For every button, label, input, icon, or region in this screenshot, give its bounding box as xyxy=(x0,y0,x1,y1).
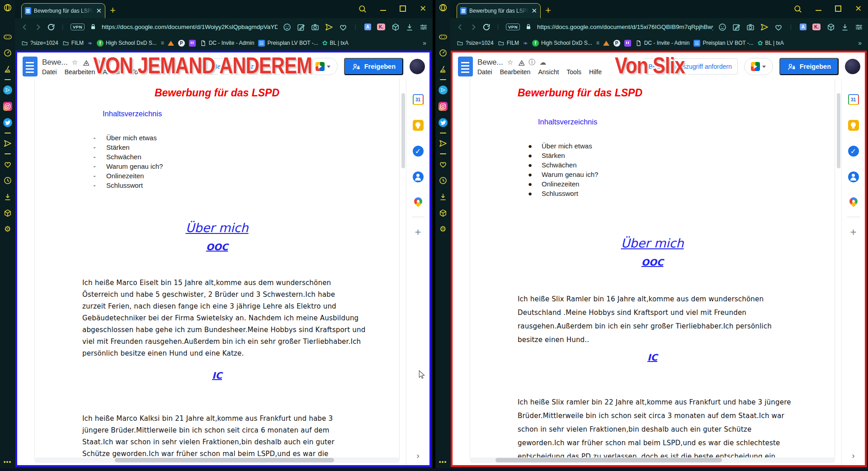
cleaner-icon[interactable] xyxy=(3,65,12,74)
url-text[interactable]: https://docs.google.com/document/d/1Woiy… xyxy=(102,24,278,30)
new-tab-button[interactable]: + xyxy=(110,5,116,16)
bookmark-item[interactable]: ?size=1024 xyxy=(21,40,58,47)
cleaner-icon[interactable] xyxy=(439,65,448,74)
sidebar-more-icon[interactable]: ••• xyxy=(439,458,447,466)
instagram-icon[interactable] xyxy=(439,102,448,111)
edit-icon[interactable] xyxy=(732,23,740,31)
settings-sliders-icon[interactable] xyxy=(854,23,863,31)
smiley-icon[interactable] xyxy=(718,23,726,31)
opera-logo-icon[interactable] xyxy=(439,3,448,12)
bookmark-twitch-icon[interactable] xyxy=(189,40,196,47)
tab-close-icon[interactable]: ✕ xyxy=(531,7,537,15)
edit-icon[interactable] xyxy=(297,23,305,31)
doc-page[interactable]: Bewerbung für das LSPD Inhaltsverzeichni… xyxy=(34,79,400,459)
send-icon[interactable] xyxy=(439,139,448,148)
collapse-panel-icon[interactable]: › xyxy=(842,451,865,461)
opera-logo-icon[interactable] xyxy=(3,3,12,12)
bookmark-list-icon[interactable]: ≡ xyxy=(596,40,599,46)
bookmark-item[interactable]: ?size=1024 xyxy=(457,40,494,47)
bookmark-item[interactable]: DC - Invite - Admin xyxy=(200,40,255,47)
menu-bearbeiten[interactable]: Bearbeiten xyxy=(500,68,531,76)
close-icon[interactable]: ✕ xyxy=(420,4,426,14)
maps-icon[interactable] xyxy=(848,195,859,207)
bookmark-triangle-icon[interactable] xyxy=(168,41,174,46)
extensions-icon[interactable] xyxy=(3,209,12,218)
share-button[interactable]: Freigeben xyxy=(344,58,403,75)
add-addon-icon[interactable]: + xyxy=(850,226,856,238)
address-menu-dots[interactable]: ⋮ xyxy=(60,24,66,30)
cube-extension-icon[interactable] xyxy=(391,23,399,31)
scrollbar-thumb[interactable] xyxy=(837,93,840,168)
bookmark-triangle-icon[interactable] xyxy=(603,41,609,46)
settings-gear-icon[interactable]: ⚙ xyxy=(439,225,448,234)
vertical-scrollbar[interactable] xyxy=(836,79,841,465)
maps-icon[interactable] xyxy=(412,195,424,207)
maximize-icon[interactable] xyxy=(400,5,406,12)
smiley-icon[interactable] xyxy=(283,23,291,31)
search-icon[interactable] xyxy=(358,5,367,13)
share-button[interactable]: Freigeben xyxy=(779,58,839,75)
scrollbar-thumb[interactable] xyxy=(401,93,405,168)
tasks-icon[interactable]: ✓ xyxy=(848,146,859,157)
menu-datei[interactable]: Datei xyxy=(477,68,492,76)
menu-ansicht[interactable]: Ansicht xyxy=(538,68,559,76)
bookmark-p-icon[interactable]: P xyxy=(613,40,620,47)
kahoot-extension-icon[interactable]: K. xyxy=(377,24,385,30)
bookmark-item[interactable]: Preisplan LV BOT -... xyxy=(258,40,318,47)
bookmark-item[interactable]: FILM xyxy=(498,40,519,47)
history-icon[interactable] xyxy=(3,176,12,185)
close-icon[interactable]: ✕ xyxy=(855,4,862,14)
new-tab-button[interactable]: + xyxy=(545,5,551,16)
forward-icon[interactable] xyxy=(33,23,42,31)
avatar[interactable] xyxy=(845,59,860,74)
bookmark-item[interactable]: ✿BL | txA xyxy=(322,39,349,47)
doc-title-short[interactable]: Bewe... xyxy=(477,58,503,67)
extensions-icon[interactable] xyxy=(439,209,448,218)
favorites-heart-icon[interactable] xyxy=(339,23,347,31)
calendar-icon[interactable]: 31 xyxy=(413,94,424,105)
move-shortcut-icon[interactable] xyxy=(517,59,524,66)
download-icon[interactable] xyxy=(840,23,849,31)
settings-gear-icon[interactable]: ⚙ xyxy=(3,225,12,234)
calendar-icon[interactable]: 31 xyxy=(848,94,859,105)
browser-tab[interactable]: Bewerbung für das LSPD - G ✕ xyxy=(457,3,541,18)
star-icon[interactable]: ☆ xyxy=(72,58,78,67)
telegram-icon[interactable] xyxy=(439,86,448,95)
snapshot-camera-icon[interactable] xyxy=(311,23,319,31)
settings-sliders-icon[interactable] xyxy=(419,23,427,31)
bookmarks-overflow-icon[interactable]: » xyxy=(423,39,426,47)
bookmark-item[interactable]: Preisplan LV BOT -... xyxy=(693,40,753,47)
meet-button[interactable] xyxy=(309,58,338,75)
send-icon[interactable] xyxy=(3,139,12,148)
bookmark-item[interactable]: fHigh School DxD S... xyxy=(532,40,592,47)
collapse-panel-icon[interactable]: › xyxy=(406,451,429,461)
favorites-heart-icon[interactable] xyxy=(774,23,782,31)
menu-bearbeiten[interactable]: Bearbeiten xyxy=(65,68,95,76)
minimize-icon[interactable] xyxy=(380,6,386,11)
menu-hilfe[interactable]: Hilfe xyxy=(589,68,602,76)
keep-icon[interactable] xyxy=(848,120,859,131)
url-text[interactable]: https://docs.google.com/document/d/15xi7… xyxy=(537,24,713,30)
bookmark-list-icon[interactable]: ≡ xyxy=(161,40,164,46)
doc-title-short[interactable]: Bewe... xyxy=(42,58,68,67)
lock-icon[interactable] xyxy=(525,23,532,30)
avatar[interactable] xyxy=(410,59,425,74)
bookmark-item[interactable]: fHigh School DxD S... xyxy=(97,40,157,47)
translate-extension-icon[interactable]: A xyxy=(800,24,807,30)
browser-tab[interactable]: Bewerbung für das LSPD m ✕ xyxy=(21,3,105,18)
menu-datei[interactable]: Datei xyxy=(42,68,57,76)
maximize-icon[interactable] xyxy=(835,5,841,12)
docs-logo-icon[interactable] xyxy=(458,57,473,76)
back-icon[interactable] xyxy=(456,23,464,31)
meet-button[interactable] xyxy=(744,58,773,75)
vpn-badge[interactable]: VPN xyxy=(71,24,85,30)
contacts-icon[interactable] xyxy=(848,171,859,182)
download-icon[interactable] xyxy=(405,23,413,31)
bookmarks-heart-icon[interactable] xyxy=(3,160,12,169)
sidebar-more-icon[interactable]: ••• xyxy=(4,458,12,466)
bookmark-twitch-icon[interactable] xyxy=(624,40,631,47)
bookmark-item[interactable]: DC - Invite - Admin xyxy=(635,40,690,47)
keep-icon[interactable] xyxy=(413,120,424,131)
reload-icon[interactable] xyxy=(482,23,490,31)
back-icon[interactable] xyxy=(20,23,28,31)
